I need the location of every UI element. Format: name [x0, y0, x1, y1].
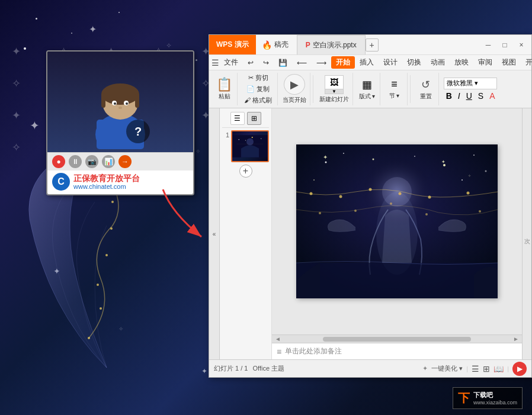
camera-button[interactable]: 📷 — [85, 155, 98, 168]
outline-view-btn[interactable]: ☰ — [230, 112, 245, 125]
format-brush[interactable]: 🖌 格式刷 — [242, 95, 274, 105]
view-reader[interactable]: 📖 — [493, 364, 504, 374]
pause-button[interactable]: ⏸ — [69, 155, 82, 168]
svg-text:✦: ✦ — [323, 154, 328, 160]
record-button[interactable]: ● — [52, 155, 65, 168]
editor-canvas[interactable]: ✦ ✦ ✧ — [272, 108, 522, 334]
font-color-button[interactable]: A — [488, 91, 496, 101]
editor-area: ✦ ✦ ✧ — [272, 108, 522, 359]
ribbon-divider-1 — [313, 75, 313, 103]
svg-point-46 — [339, 195, 342, 198]
collapse-icon: « — [213, 231, 216, 237]
new-slide-button[interactable]: 🖼 ▼ — [325, 75, 344, 94]
underline-button[interactable]: U — [464, 91, 474, 101]
tab-kegou[interactable]: 🔥 稿壳 — [256, 35, 294, 54]
svg-point-24 — [261, 139, 262, 140]
export-button[interactable]: → — [118, 155, 132, 168]
close-button[interactable]: × — [514, 38, 529, 52]
scroll-left[interactable]: ◄ — [273, 336, 283, 342]
widget-avatar-area: ? — [47, 52, 193, 152]
hamburger-menu-icon[interactable]: ☰ — [211, 56, 219, 69]
status-bar: 幻灯片 1 / 1 Office 主题 ✦ 一键美化 ▾ | ☰ ⊞ 📖 | ▶ — [209, 359, 531, 377]
svg-point-34 — [414, 156, 415, 157]
menu-dev[interactable]: 开发工具 — [521, 56, 532, 69]
slides-panel-header: ☰ ⊞ — [222, 111, 269, 128]
cut-button[interactable]: ✂ 剪切 — [246, 73, 270, 83]
slide-canvas: ✦ ✦ ✧ — [296, 144, 498, 298]
minimize-button[interactable]: ─ — [480, 38, 496, 52]
slides-panel: ☰ ⊞ 1 — [220, 108, 272, 359]
menu-insert[interactable]: 插入 — [355, 56, 379, 69]
new-tab-button[interactable]: + — [366, 38, 379, 52]
tab-wps[interactable]: WPS 演示 — [209, 35, 256, 54]
slide-thumbnail-1[interactable] — [231, 130, 269, 162]
menu-animate[interactable]: 动画 — [426, 56, 450, 69]
menu-file[interactable]: 文件 — [219, 56, 243, 69]
notes-placeholder[interactable]: 单击此处添加备注 — [285, 346, 342, 356]
scrollbar-thumb[interactable] — [323, 337, 472, 342]
menu-undo2[interactable]: ⟵ — [292, 57, 312, 68]
menu-review[interactable]: 审阅 — [473, 56, 497, 69]
svg-point-52 — [354, 210, 357, 212]
menu-redo2[interactable]: ⟶ — [312, 57, 331, 68]
reset-icon[interactable]: ↺ — [421, 78, 430, 91]
svg-point-31 — [325, 162, 327, 163]
play-presentation-button[interactable]: ▶ — [512, 362, 527, 376]
scroll-right[interactable]: ► — [511, 336, 521, 342]
bold-button[interactable]: B — [444, 91, 454, 101]
layout-button[interactable]: ▦ — [362, 78, 372, 91]
ribbon-group-clipboard: ✂ 剪切 📄 复制 🖌 格式刷 — [239, 73, 278, 105]
svg-point-49 — [428, 196, 431, 199]
menu-undo[interactable]: ↩ — [243, 57, 258, 68]
menu-switch[interactable]: 切换 — [402, 56, 426, 69]
menu-redo[interactable]: ↪ — [258, 57, 274, 68]
maximize-button[interactable]: □ — [497, 38, 512, 52]
play-button[interactable]: ▶ — [284, 74, 305, 95]
slide-view-btn[interactable]: ⊞ — [247, 112, 261, 125]
ribbon-group-font: 微软雅黑 ▾ B I U S A — [440, 73, 501, 105]
watermark: 下 下载吧 www.xiazaiba.com — [453, 387, 523, 409]
italic-button[interactable]: I — [456, 91, 462, 101]
svg-point-32 — [343, 153, 344, 154]
copy-button[interactable]: 📄 复制 — [245, 84, 271, 94]
collapse-button[interactable]: « — [209, 108, 220, 359]
ribbon-group-new-slide: 🖼 ▼ 新建幻灯片 — [316, 73, 353, 105]
theme-name: Office 主题 — [252, 364, 284, 373]
strikethrough-button[interactable]: S — [476, 91, 485, 101]
svg-point-36 — [473, 155, 475, 156]
divider-2: | — [507, 365, 509, 372]
font-name-input[interactable]: 微软雅黑 ▾ — [444, 78, 497, 89]
view-outline[interactable]: ☰ — [472, 364, 479, 374]
view-grid[interactable]: ⊞ — [483, 364, 490, 374]
tab-file[interactable]: P 空白演示.pptx — [297, 35, 366, 54]
svg-point-51 — [319, 212, 321, 214]
beautify-button[interactable]: 一键美化 ▾ — [431, 364, 463, 373]
svg-point-16 — [126, 102, 128, 105]
svg-point-17 — [118, 107, 122, 109]
right-indicator: 次 — [522, 108, 531, 359]
title-bar: WPS 演示 🔥 稿壳 P 空白演示.pptx + ─ □ × — [209, 35, 531, 55]
notes-bar: ≡ 单击此处添加备注 — [272, 343, 522, 359]
menu-play[interactable]: 放映 — [450, 56, 473, 69]
main-content: « ☰ ⊞ 1 — [209, 108, 531, 359]
slide-item-1: 1 — [222, 130, 269, 162]
svg-point-22 — [246, 139, 254, 146]
chart-button[interactable]: 📊 — [102, 155, 115, 168]
menu-start[interactable]: 开始 — [331, 56, 355, 69]
svg-text:✧: ✧ — [468, 174, 471, 178]
svg-point-50 — [467, 192, 470, 195]
slide-number-1: 1 — [222, 131, 229, 139]
title-controls: ─ □ × — [480, 38, 531, 52]
watermark-logo: 下 — [458, 390, 470, 406]
section-button[interactable]: ≡ — [391, 78, 398, 91]
svg-point-47 — [369, 188, 372, 191]
horizontal-scrollbar[interactable]: ◄ ► — [272, 334, 522, 343]
beautify-icon: ✦ — [422, 365, 428, 372]
ribbon-group-paste: 📋 粘贴 — [211, 73, 238, 105]
paste-icon[interactable]: 📋 — [216, 78, 232, 91]
menu-save[interactable]: 💾 — [274, 57, 292, 68]
new-slide-label: 新建幻灯片 — [319, 95, 349, 104]
menu-design[interactable]: 设计 — [379, 56, 402, 69]
add-slide-button[interactable]: + — [239, 165, 252, 178]
menu-view[interactable]: 视图 — [497, 56, 521, 69]
